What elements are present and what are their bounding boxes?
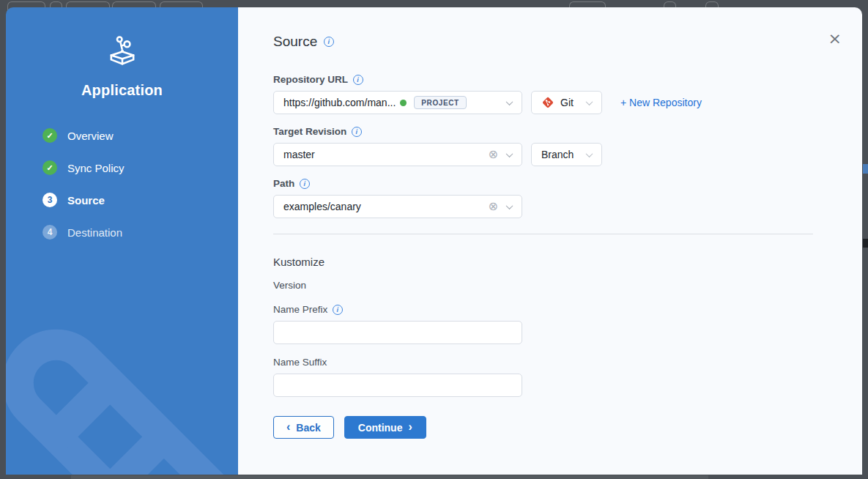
step-label: Source (67, 194, 105, 207)
repository-url-value: https://github.com/man... (283, 97, 396, 108)
chevron-down-icon (586, 98, 593, 105)
step-overview[interactable]: ✓ Overview (42, 128, 238, 143)
clear-icon[interactable]: ⊗ (489, 201, 498, 212)
wizard-title: Application (6, 82, 238, 99)
step-label: Overview (67, 130, 114, 142)
target-revision-select[interactable]: master ⊗ (273, 143, 522, 166)
connection-status-dot (400, 100, 407, 106)
info-icon[interactable]: i (300, 179, 310, 189)
wizard-nav-buttons: ‹ Back Continue › (273, 416, 836, 439)
path-select[interactable]: examples/canary ⊗ (273, 195, 522, 218)
section-divider (273, 234, 813, 234)
repository-type-select[interactable]: Git (531, 91, 602, 114)
chevron-down-icon (506, 202, 513, 209)
step-number: 4 (42, 225, 57, 240)
name-prefix-label: Name Prefix (273, 304, 327, 315)
page-title: Source (273, 34, 317, 50)
name-suffix-input[interactable] (273, 374, 522, 397)
application-icon (102, 34, 143, 70)
wizard-steps: ✓ Overview ✓ Sync Policy 3 Source 4 Dest… (6, 128, 238, 240)
step-label: Destination (67, 226, 122, 239)
name-prefix-field: Name Prefix i (273, 304, 836, 344)
source-step-panel: × Source i Repository URL i https://gith… (238, 7, 862, 475)
background-artifact (863, 164, 868, 174)
git-icon (541, 96, 554, 109)
target-revision-value: master (283, 149, 315, 160)
repository-url-label: Repository URL (273, 74, 348, 85)
info-icon[interactable]: i (333, 305, 343, 315)
info-icon[interactable]: i (324, 37, 334, 47)
background-strip (71, 475, 708, 479)
check-icon: ✓ (42, 160, 57, 175)
continue-chevron-icon: › (408, 421, 412, 433)
back-button[interactable]: ‹ Back (273, 416, 334, 439)
continue-button-label: Continue (358, 422, 403, 434)
close-icon[interactable]: × (828, 31, 842, 47)
wizard-sidebar: Application ✓ Overview ✓ Sync Policy 3 S… (6, 7, 238, 475)
back-chevron-icon: ‹ (286, 421, 290, 433)
chevron-down-icon (586, 150, 593, 157)
step-sync-policy[interactable]: ✓ Sync Policy (42, 160, 238, 175)
kustomize-heading: Kustomize (273, 256, 836, 268)
step-number: 3 (42, 193, 57, 207)
info-icon[interactable]: i (352, 127, 362, 137)
clear-icon[interactable]: ⊗ (489, 149, 498, 160)
application-wizard-modal: Application ✓ Overview ✓ Sync Policy 3 S… (6, 7, 862, 475)
name-prefix-input[interactable] (273, 321, 522, 344)
target-revision-label: Target Revision (273, 126, 346, 137)
back-button-label: Back (296, 422, 320, 434)
path-value: examples/canary (283, 201, 361, 212)
revision-kind-select[interactable]: Branch (531, 143, 602, 166)
version-label: Version (273, 280, 836, 291)
revision-kind-value: Branch (541, 149, 574, 160)
repository-type-value: Git (560, 97, 574, 108)
path-field: Path i examples/canary ⊗ (273, 178, 836, 218)
step-destination[interactable]: 4 Destination (42, 225, 238, 240)
check-icon: ✓ (42, 128, 57, 143)
step-label: Sync Policy (67, 162, 125, 174)
repository-url-field: Repository URL i https://github.com/man.… (273, 74, 836, 114)
new-repository-link[interactable]: + New Repository (620, 97, 702, 108)
chevron-down-icon (506, 150, 513, 157)
name-suffix-field: Name Suffix (273, 357, 836, 397)
continue-button[interactable]: Continue › (344, 416, 426, 439)
target-revision-field: Target Revision i master ⊗ Branch (273, 126, 836, 166)
argo-watermark (6, 7, 238, 475)
name-suffix-label: Name Suffix (273, 357, 327, 368)
info-icon[interactable]: i (353, 75, 363, 85)
path-label: Path (273, 178, 294, 189)
repository-url-select[interactable]: https://github.com/man... PROJECT (273, 91, 522, 114)
background-artifact (863, 239, 868, 248)
step-source[interactable]: 3 Source (42, 193, 238, 207)
project-badge: PROJECT (414, 96, 466, 109)
chevron-down-icon (506, 98, 513, 105)
